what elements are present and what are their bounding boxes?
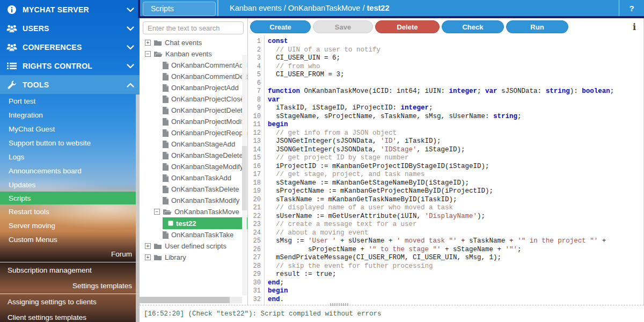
code-editor[interactable]: 1234567891011121314151617181920212223242… <box>248 35 643 305</box>
tree-item-onkanbantaskadd[interactable]: OnKanbanTaskAdd <box>140 172 247 184</box>
code-line: result := true; <box>268 270 614 279</box>
check-button[interactable]: Check <box>442 20 504 33</box>
tree-item-onkanbanprojectdelete[interactable]: OnKanbanProjectDelete <box>140 105 247 116</box>
create-button[interactable]: Create <box>250 20 311 33</box>
sidebar-subitem-mychat-guest[interactable]: MyChat Guest <box>0 122 140 136</box>
sidebar-subitem-updates[interactable]: Updates <box>0 178 140 192</box>
editor-toolbar: Create Save Delete Check Run i <box>248 18 643 35</box>
info-icon[interactable]: i <box>633 22 636 32</box>
code-line: // create a message text for a user <box>268 221 614 229</box>
sidebar-item-mychat-server[interactable]: MYCHAT SERVER <box>0 0 140 19</box>
run-button[interactable]: Run <box>506 20 568 33</box>
line-number-gutter: 1234567891011121314151617181920212223242… <box>248 35 265 305</box>
tree-item-onkanbanprojectmodify[interactable]: OnKanbanProjectModify <box>140 116 247 127</box>
tree-item-onkanbanprojectreopen[interactable]: OnKanbanProjectReopen <box>140 127 247 138</box>
sidebar-item-assigning-settings-to-clients[interactable]: Assigning settings to clients <box>0 294 140 310</box>
breadcrumb: Kanban events / OnKanbanTaskMove / test2… <box>230 4 389 12</box>
sidebar-item-rights-control[interactable]: RIGHTS CONTROL <box>0 56 140 75</box>
tree-item-onkanbantaskmodify[interactable]: OnKanbanTaskModify <box>140 195 247 206</box>
tree-horizontal-scrollbar[interactable] <box>140 297 242 303</box>
code-lines[interactable]: const // UIN of a user to notify CI_USER… <box>265 35 614 305</box>
sidebar-item-label: CONFERENCES <box>23 43 127 52</box>
sidebar-subitem-scripts[interactable]: Scripts <box>0 192 140 204</box>
content: +Chat events−Kanban eventsOnKanbanCommen… <box>140 18 644 305</box>
sidebar-subitem-port-test[interactable]: Port test <box>0 94 140 108</box>
code-line: function OnKanbanTaskMove(iCID: int64; i… <box>268 87 614 96</box>
splitter-grip[interactable] <box>330 303 349 306</box>
line-number: 11 <box>248 121 261 129</box>
line-number: 17 <box>248 171 261 179</box>
tree-item-user-defined-scripts[interactable]: +User defined scripts <box>140 240 247 252</box>
tree-item-chat-events[interactable]: +Chat events <box>140 37 247 48</box>
sidebar-item-conferences[interactable]: CONFERENCES <box>0 38 140 56</box>
sidebar-subitem-announcements-board[interactable]: Announcements board <box>0 164 140 178</box>
line-number: 20 <box>248 196 261 204</box>
search-input[interactable] <box>143 21 244 34</box>
sidebar-subitem-restart-tools[interactable]: Restart tools <box>0 204 140 218</box>
sidebar-item-forum[interactable]: Forum <box>0 246 140 262</box>
tab-scripts[interactable]: Scripts <box>143 2 216 16</box>
sidebar-subitem-support-button-to-website[interactable]: Support button to website <box>0 136 140 150</box>
sidebar-subitem-integration[interactable]: Integration <box>0 108 140 122</box>
sidebar-tools-submenu: Port testIntegrationMyChat GuestSupport … <box>0 94 140 246</box>
line-number: 10 <box>248 113 261 121</box>
tree-hscroll-thumb[interactable] <box>140 297 230 303</box>
collapse-icon[interactable]: − <box>154 209 160 215</box>
code-line <box>268 79 614 88</box>
tree-item-onkanbancommentadd[interactable]: OnKanbanCommentAdd <box>140 60 247 71</box>
chevron-up-icon <box>127 80 134 90</box>
code-line: sTaskName := mKanbanGetTaskNameByID(iTas… <box>268 196 614 204</box>
main-area: Scripts Kanban events / OnKanbanTaskMove… <box>140 0 644 322</box>
script-file-icon <box>163 118 169 126</box>
code-line: sProjectName := mKanbanGetProjectNameByI… <box>268 187 614 196</box>
line-number: 2 <box>248 46 261 55</box>
tree-item-onkanbanstagemodify[interactable]: OnKanbanStageModify <box>140 161 247 172</box>
collapse-icon[interactable]: − <box>145 51 151 57</box>
sidebar-item-users[interactable]: USERS <box>0 19 140 38</box>
expand-icon[interactable]: + <box>145 254 151 260</box>
folder-open-icon <box>153 50 163 57</box>
tree-item-label: OnKanbanTaskModify <box>171 196 239 204</box>
tree-vscroll-thumb[interactable] <box>242 146 247 210</box>
sidebar-item-settings-templates[interactable]: Settings templates <box>0 278 140 294</box>
tree-item-onkanbanstagedelete[interactable]: OnKanbanStageDelete <box>140 150 247 161</box>
code-line: sMsg := 'User ' + sUserName + ' moved ta… <box>268 237 614 246</box>
line-number: 7 <box>248 87 261 96</box>
tree-item-onkanbantaskdelete[interactable]: OnKanbanTaskDelete <box>140 184 247 195</box>
tree-item-label: Chat events <box>165 39 202 47</box>
tree-item-kanban-events[interactable]: −Kanban events <box>140 48 247 60</box>
sidebar-subitem-custom-menus[interactable]: Custom Menus <box>0 232 140 246</box>
code-line: sStageName, sProjectName, sTaskName, sMs… <box>268 113 614 121</box>
delete-button[interactable]: Delete <box>375 20 440 33</box>
save-button[interactable]: Save <box>313 20 373 33</box>
sidebar-subitem-logs[interactable]: Logs <box>0 150 140 164</box>
sidebar-item-subscription-management[interactable]: Subscription management <box>0 262 140 278</box>
line-number: 16 <box>248 163 261 171</box>
tree-item-onkanbantaskmove[interactable]: −OnKanbanTaskMove <box>140 206 247 217</box>
sidebar-item-client-settings-templates[interactable]: Client settings templates <box>0 310 140 322</box>
line-number: 13 <box>248 137 261 146</box>
tree-item-onkanbanprojectclose[interactable]: OnKanbanProjectClose <box>140 93 247 105</box>
line-number: 23 <box>248 221 261 229</box>
sidebar-subitem-server-moving[interactable]: Server moving <box>0 218 140 232</box>
tree-item-onkanbanprojectadd[interactable]: OnKanbanProjectAdd <box>140 82 247 93</box>
tree-item-onkanbanstageadd[interactable]: OnKanbanStageAdd <box>140 138 247 150</box>
sidebar-item-tools[interactable]: TOOLS <box>0 75 140 94</box>
tree-item-test22[interactable]: test22 <box>163 217 247 229</box>
sidebar-scrollbar[interactable] <box>136 94 140 322</box>
script-file-icon <box>163 107 169 114</box>
tree-item-label: OnKanbanStageModify <box>171 163 243 171</box>
expand-icon[interactable]: + <box>145 243 151 249</box>
tree-item-onkanbancommentdelete[interactable]: OnKanbanCommentDelete <box>140 71 247 82</box>
tree-item-onkanbantasktake[interactable]: OnKanbanTaskTake <box>140 229 247 240</box>
code-line: end; <box>268 279 614 288</box>
expand-icon[interactable]: + <box>145 40 151 46</box>
help-icon[interactable]: ? <box>619 0 644 16</box>
tree-item-label: OnKanbanProjectReopen <box>171 129 247 137</box>
tree-item-library[interactable]: +Library <box>140 252 247 263</box>
code-line: begin <box>268 121 614 129</box>
tree-vertical-scrollbar[interactable] <box>242 55 247 295</box>
line-number: 5 <box>248 71 261 79</box>
breadcrumb-current: test22 <box>367 4 390 12</box>
code-line: begin <box>268 287 614 296</box>
